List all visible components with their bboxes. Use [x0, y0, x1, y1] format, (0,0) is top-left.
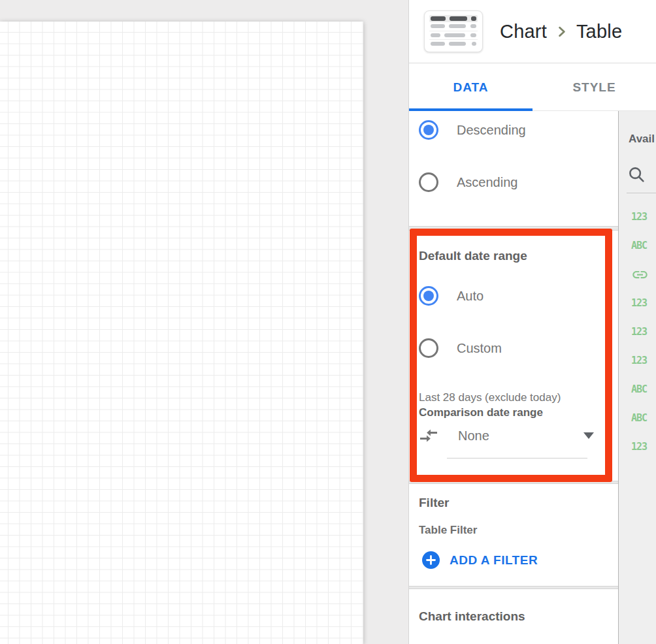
- search-icon[interactable]: [627, 165, 646, 184]
- field-type-number-icon[interactable]: 123: [619, 317, 656, 346]
- field-type-text-icon[interactable]: ABC: [619, 375, 656, 404]
- radio-custom[interactable]: [419, 338, 438, 358]
- date-range-current-value: Last 28 days (exclude today): [419, 391, 561, 404]
- radio-descending[interactable]: [419, 120, 438, 140]
- field-type-url-icon[interactable]: [619, 260, 656, 289]
- app-window: Chart Table DATA STYLE Descending Ascend…: [0, 0, 656, 644]
- breadcrumb-current[interactable]: Table: [576, 21, 622, 42]
- report-canvas-grid[interactable]: [0, 22, 363, 644]
- radio-ascending-label: Ascending: [457, 175, 517, 190]
- fields-divider: [627, 193, 656, 193]
- panel-header: Chart Table: [409, 0, 656, 63]
- chart-properties-panel: Chart Table DATA STYLE Descending Ascend…: [408, 0, 656, 644]
- plus-circle-icon: [422, 551, 440, 569]
- chart-interactions-section: Chart interactions: [409, 589, 618, 644]
- date-range-option-custom[interactable]: Custom: [419, 338, 502, 359]
- date-range-title: Default date range: [419, 249, 527, 263]
- add-filter-label: ADD A FILTER: [450, 553, 538, 568]
- field-type-number-icon[interactable]: 123: [619, 289, 656, 317]
- filter-subtitle: Table Filter: [419, 524, 477, 537]
- filter-section: Filter Table Filter ADD A FILTER: [409, 484, 618, 586]
- field-type-text-icon[interactable]: ABC: [619, 231, 656, 260]
- dropdown-underline: [447, 458, 587, 459]
- field-type-list: 123ABC123123123ABCABC123: [619, 202, 656, 461]
- field-type-number-icon[interactable]: 123: [619, 432, 656, 461]
- filter-title: Filter: [419, 496, 449, 510]
- add-filter-button[interactable]: ADD A FILTER: [422, 551, 538, 569]
- breadcrumb-parent[interactable]: Chart: [500, 21, 547, 42]
- sort-section: Descending Ascending: [409, 111, 618, 226]
- comparison-date-range-label: Comparison date range: [419, 406, 543, 419]
- sort-option-descending[interactable]: Descending: [419, 120, 526, 140]
- link-icon: [631, 266, 649, 283]
- chart-interactions-title: Chart interactions: [419, 609, 525, 624]
- radio-custom-label: Custom: [457, 341, 502, 356]
- chevron-right-icon: [554, 24, 569, 39]
- field-type-text-icon[interactable]: ABC: [619, 404, 656, 432]
- field-type-number-icon[interactable]: 123: [619, 202, 656, 231]
- tab-data[interactable]: DATA: [409, 64, 533, 110]
- radio-auto[interactable]: [419, 286, 438, 306]
- comparison-dropdown-value: None: [458, 428, 489, 443]
- section-divider: [409, 226, 618, 231]
- radio-descending-label: Descending: [457, 123, 526, 138]
- available-fields-title: Avail: [629, 133, 655, 146]
- date-range-option-auto[interactable]: Auto: [419, 285, 484, 306]
- comparison-date-range-dropdown[interactable]: None: [419, 425, 608, 447]
- table-chart-thumbnail-icon: [424, 10, 483, 52]
- compare-arrows-icon: [419, 427, 438, 444]
- breadcrumb: Chart Table: [500, 21, 622, 42]
- default-date-range-section: Default date range Auto Custom Last 28 d…: [409, 231, 618, 484]
- panel-tabbar: DATA STYLE: [409, 64, 656, 111]
- radio-ascending[interactable]: [419, 172, 438, 192]
- radio-auto-label: Auto: [457, 289, 484, 304]
- available-fields-panel: Avail 123ABC123123123ABCABC123: [618, 111, 656, 644]
- dropdown-caret-icon: [583, 432, 594, 439]
- tab-style[interactable]: STYLE: [533, 64, 656, 110]
- field-type-number-icon[interactable]: 123: [619, 346, 656, 375]
- sort-option-ascending[interactable]: Ascending: [419, 172, 517, 193]
